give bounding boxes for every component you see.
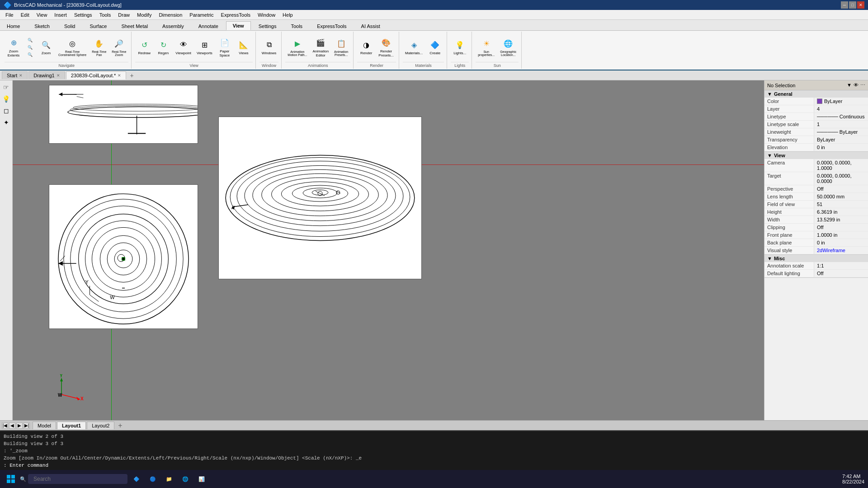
target-value[interactable]: 0.0000, 0.0000, 0.0000 <box>814 172 868 185</box>
realtime-pan-button[interactable]: ✋ Real-TimePan <box>90 37 108 58</box>
menu-window[interactable]: Window <box>254 11 279 19</box>
animation-presets-button[interactable]: 📋 AnimationPresets... <box>332 37 350 58</box>
add-tab-button[interactable]: + <box>127 71 136 80</box>
backplane-value[interactable]: 0 in <box>814 239 868 246</box>
regen-button[interactable]: ↻ Regen <box>154 38 172 57</box>
layout-tab-model[interactable]: Model <box>33 422 56 429</box>
menu-draw[interactable]: Draw <box>114 11 133 19</box>
menu-settings[interactable]: Settings <box>71 11 96 19</box>
layout-nav-last[interactable]: ▶| <box>24 422 30 429</box>
geographic-location-button[interactable]: 🌐 GeographicLocation... <box>498 37 519 58</box>
menu-file[interactable]: File <box>2 11 17 19</box>
maximize-button[interactable]: □ <box>849 1 856 9</box>
tab-start-close[interactable]: ✕ <box>19 73 23 78</box>
tab-annotate[interactable]: Annotate <box>192 22 225 30</box>
tool-select[interactable]: ☞ <box>1 82 11 92</box>
zoom-prev-button[interactable]: 🔍 <box>24 52 36 58</box>
tab-view[interactable]: View <box>226 21 251 30</box>
viewport-bottom-left[interactable]: Y W <box>49 184 198 329</box>
tab-aiassist[interactable]: AI Assist <box>354 22 387 30</box>
taskbar-search-input[interactable] <box>28 474 127 484</box>
elevation-value[interactable]: 0 in <box>814 144 868 151</box>
redraw-button[interactable]: ↺ Redraw <box>135 38 153 57</box>
tab-solid[interactable]: Solid <box>57 22 82 30</box>
layout-nav-prev[interactable]: ◀ <box>9 422 15 429</box>
materials-button[interactable]: ◈ Materials... <box>403 38 425 57</box>
visualstyle-value[interactable]: 2dWireframe <box>814 247 868 254</box>
taskbar-app4[interactable]: 🌐 <box>178 472 193 486</box>
frontplane-value[interactable]: 1.0000 in <box>814 231 868 239</box>
realtime-sphere-button[interactable]: ◎ Real-TimeConstrained Sphere <box>56 37 89 58</box>
taskbar-app1[interactable]: 🔷 <box>129 472 144 486</box>
layout-tab-layout2[interactable]: Layout2 <box>87 422 114 429</box>
realtime-zoom-button[interactable]: 🔎 Real-TimeZoom <box>109 37 128 58</box>
menu-insert[interactable]: Insert <box>51 11 71 19</box>
perspective-value[interactable]: Off <box>814 185 868 192</box>
viewport-right[interactable] <box>218 117 422 279</box>
taskbar-app3[interactable]: 📁 <box>162 472 176 486</box>
menu-tools[interactable]: Tools <box>96 11 115 19</box>
tab-drawing1-close[interactable]: ✕ <box>57 73 60 78</box>
render-presets-button[interactable]: 🎨 RenderPresets... <box>376 36 396 59</box>
camera-value[interactable]: 0.0000, 0.0000, 1.0000 <box>814 159 868 172</box>
taskbar-app5[interactable]: 📊 <box>194 472 209 486</box>
menu-help[interactable]: Help <box>279 11 297 19</box>
expand-icon[interactable]: ⋯ <box>860 82 865 88</box>
tab-home[interactable]: Home <box>0 22 27 30</box>
viewports-button[interactable]: ⊞ Viewports <box>194 38 215 57</box>
windows-button[interactable]: ⧉ Windows <box>259 38 278 57</box>
zoom-button[interactable]: 🔍 Zoom <box>37 38 55 57</box>
render-button[interactable]: ◑ Render <box>357 38 375 57</box>
viewpoint-button[interactable]: 👁 Viewpoint <box>173 38 193 57</box>
filter-icon[interactable]: ▼ <box>847 82 852 88</box>
menu-parametric[interactable]: Parametric <box>186 11 217 19</box>
transparency-value[interactable]: ByLayer <box>814 136 868 143</box>
eye-icon[interactable]: 👁 <box>854 82 859 88</box>
tab-coillayout-close[interactable]: ✕ <box>118 73 121 78</box>
minimize-button[interactable]: ─ <box>841 1 848 9</box>
lenslength-value[interactable]: 50.0000 mm <box>814 193 868 200</box>
animation-editor-button[interactable]: 🎬 AnimationEditor <box>311 36 331 59</box>
tool-3d[interactable]: ◻ <box>1 106 11 116</box>
zoom-extents-button[interactable]: ⊕ ZoomExtents <box>5 36 23 59</box>
layer-value[interactable]: 4 <box>814 105 868 113</box>
layout-nav-first[interactable]: |◀ <box>2 422 8 429</box>
menu-dimension[interactable]: Dimension <box>155 11 186 19</box>
tab-sheetmetal[interactable]: Sheet Metal <box>114 22 155 30</box>
fov-value[interactable]: 51 <box>814 201 868 208</box>
animation-motion-button[interactable]: ▶ AnimationMotion Path... <box>285 37 309 58</box>
props-misc-header[interactable]: ▼ Misc <box>764 255 868 262</box>
width-value[interactable]: 13.5299 in <box>814 216 868 223</box>
tab-expresstools[interactable]: ExpressTools <box>310 22 353 30</box>
props-general-header[interactable]: ▼ General <box>764 90 868 98</box>
close-button[interactable]: ✕ <box>857 1 864 9</box>
tab-settings[interactable]: Settings <box>252 22 283 30</box>
defaultlighting-value[interactable]: Off <box>814 270 868 277</box>
lights-button[interactable]: 💡 Lights... <box>451 38 469 57</box>
lineweight-value[interactable]: ────── ByLayer <box>814 128 868 136</box>
layout-tab-layout1[interactable]: Layout1 <box>57 422 86 429</box>
taskbar-app2[interactable]: 🔵 <box>146 472 160 486</box>
tab-tools[interactable]: Tools <box>284 22 309 30</box>
cmd-prompt[interactable]: : Enter command <box>4 462 864 469</box>
paper-space-button[interactable]: 📄 PaperSpace <box>216 36 234 59</box>
height-value[interactable]: 6.3619 in <box>814 208 868 216</box>
add-layout-button[interactable]: + <box>115 422 125 430</box>
tab-coillayout[interactable]: 230839-CoilLayout.* ✕ <box>66 71 127 80</box>
create-material-button[interactable]: 🔷 Create <box>426 38 444 57</box>
zoom-in-button[interactable]: 🔍 <box>24 37 36 43</box>
color-value[interactable]: ByLayer <box>814 98 868 105</box>
viewport-top-left[interactable] <box>49 85 198 144</box>
clipping-value[interactable]: Off <box>814 224 868 231</box>
tab-drawing1[interactable]: Drawing1 ✕ <box>28 71 65 79</box>
linetype-value[interactable]: ────── Continuous <box>814 113 868 120</box>
annoscale-value[interactable]: 1:1 <box>814 262 868 269</box>
tab-assembly[interactable]: Assembly <box>156 22 191 30</box>
layout-nav-next[interactable]: ▶ <box>16 422 23 429</box>
menu-edit[interactable]: Edit <box>17 11 33 19</box>
menu-expresstools[interactable]: ExpressTools <box>217 11 254 19</box>
menu-view[interactable]: View <box>33 11 51 19</box>
zoom-out-button[interactable]: 🔍 <box>24 44 36 51</box>
tool-star[interactable]: ✦ <box>1 117 11 127</box>
tool-light[interactable]: 💡 <box>1 94 11 104</box>
